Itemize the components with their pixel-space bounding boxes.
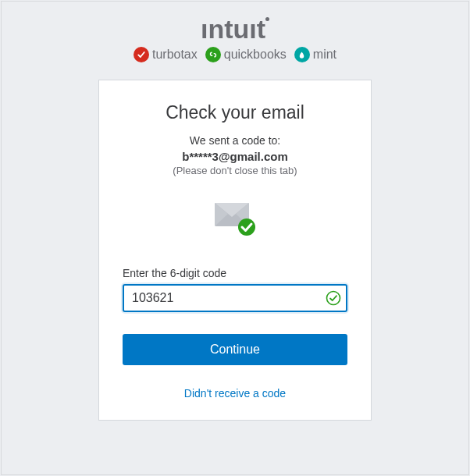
product-label: quickbooks — [224, 48, 287, 62]
code-input[interactable] — [123, 284, 347, 312]
sent-text: We sent a code to: — [190, 134, 280, 147]
product-label: turbotax — [152, 48, 198, 62]
verify-card: Check your email We sent a code to: b***… — [98, 80, 372, 421]
product-label: mint — [313, 48, 336, 62]
brand-header: ıntuıt turbotax quickbooks — [134, 16, 336, 62]
products-row: turbotax quickbooks mint — [134, 47, 336, 62]
card-title: Check your email — [166, 102, 304, 123]
checkmark-circle-icon — [326, 290, 341, 306]
turbotax-icon — [134, 47, 149, 62]
product-turbotax: turbotax — [134, 47, 198, 62]
code-input-label: Enter the 6-digit code — [123, 267, 226, 279]
resend-link[interactable]: Didn't receive a code — [184, 387, 286, 400]
intuit-logo: ıntuıt — [201, 16, 269, 42]
logo-dot-icon — [265, 17, 269, 21]
masked-email: b*****3@gmail.com — [182, 150, 288, 163]
product-quickbooks: quickbooks — [205, 47, 287, 62]
page-container: ıntuıt turbotax quickbooks — [1, 1, 469, 475]
envelope-check-icon — [212, 198, 258, 237]
quickbooks-icon — [205, 47, 221, 62]
product-mint: mint — [294, 47, 336, 62]
hint-text: (Please don't close this tab) — [173, 165, 297, 176]
code-input-wrap — [123, 284, 347, 312]
intuit-logo-text: ıntuıt — [201, 14, 265, 44]
svg-point-2 — [327, 292, 340, 305]
mint-icon — [294, 47, 310, 62]
continue-button[interactable]: Continue — [123, 334, 347, 365]
svg-point-1 — [238, 218, 255, 236]
